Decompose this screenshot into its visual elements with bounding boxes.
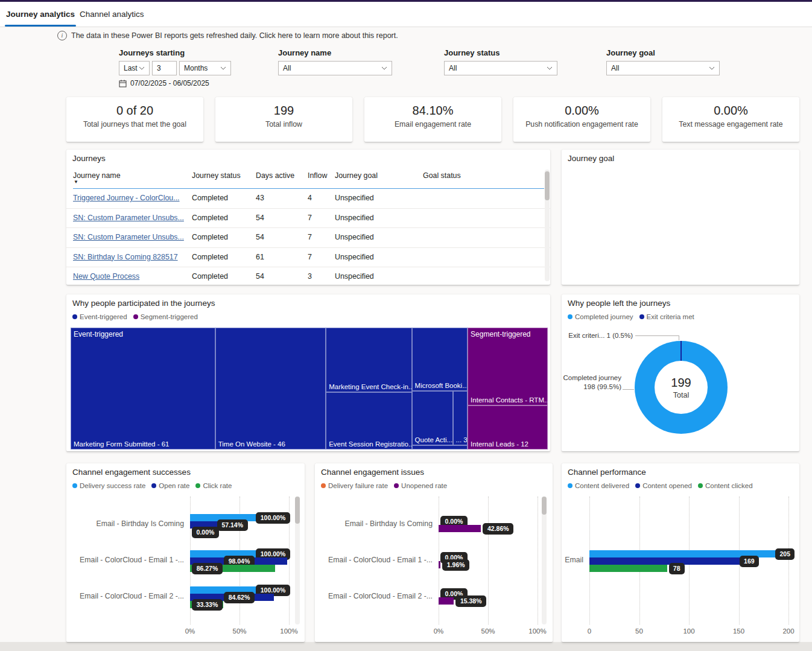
banner-text[interactable]: The data in these Power BI reports gets … xyxy=(71,31,398,40)
table-cell: 61 xyxy=(256,253,264,261)
table-cell: Unspecified xyxy=(335,272,374,281)
refresh-info-banner: i The data in these Power BI reports get… xyxy=(57,31,398,40)
treemap-box[interactable]: Quote Acti... xyxy=(412,391,453,445)
treemap-box[interactable]: Internal Leads - 12 xyxy=(468,405,548,449)
kpi-total-inflow: 199 Total inflow xyxy=(215,97,352,142)
col-inflow[interactable]: Inflow xyxy=(308,171,327,180)
legend-item[interactable]: Completed journey xyxy=(568,313,633,320)
completed-journey-callout: Completed journey 198 (99.5%) xyxy=(562,373,621,392)
chart-scrollbar-thumb[interactable] xyxy=(295,497,300,524)
issues-chart: 0%50%100%Email - Birthday Is Coming0.00%… xyxy=(315,463,553,642)
treemap-box-label: Internal Contacts - RTM... xyxy=(471,396,548,404)
journey-status-dropdown[interactable]: All xyxy=(444,61,557,75)
channel-performance-card: Channel performance Content deliveredCon… xyxy=(562,463,799,642)
table-cell: Unspecified xyxy=(335,253,374,261)
chevron-down-icon xyxy=(547,66,553,70)
treemap-box[interactable]: Marketing Event Check-in... xyxy=(326,328,411,392)
treemap-box-label: Quote Acti... xyxy=(415,436,453,443)
legend-dot xyxy=(133,314,138,319)
table-cell: Completed xyxy=(192,194,228,202)
kpi-row: 0 of 20 Total journeys that met the goal… xyxy=(66,97,799,142)
col-goal-status[interactable]: Goal status xyxy=(423,171,461,180)
treemap: Event-triggeredMarketing Form Submitted … xyxy=(71,328,548,449)
legend-item[interactable]: Segment-triggered xyxy=(133,313,198,320)
treemap-box[interactable]: Segment-triggeredInternal Contacts - RTM… xyxy=(468,328,548,405)
successes-chart: 0%50%100%Email - Birthday Is Coming100.0… xyxy=(66,463,305,642)
kpi-value: 84.10% xyxy=(413,104,454,118)
journey-name-dropdown[interactable]: All xyxy=(278,61,392,75)
col-journey-status[interactable]: Journey status xyxy=(192,171,241,180)
col-journey-name[interactable]: Journey name xyxy=(73,171,121,180)
kpi-label: Text message engagement rate xyxy=(679,120,782,129)
info-icon: i xyxy=(57,31,67,40)
data-label-pill: 169 xyxy=(740,556,759,567)
tab-journey-analytics[interactable]: Journey analytics xyxy=(5,2,76,27)
journey-goal-dropdown[interactable]: All xyxy=(606,61,720,75)
bar-unopened-rate[interactable] xyxy=(439,525,481,532)
treemap-box[interactable] xyxy=(412,445,468,449)
journey-link[interactable]: Triggered Journey - ColorClou... xyxy=(73,194,189,202)
bar-unopened-rate[interactable] xyxy=(439,597,454,605)
data-label-pill: 1.96% xyxy=(442,559,469,571)
category-label: Email - Birthday Is Coming xyxy=(68,519,184,528)
legend-item[interactable]: Exit criteria met xyxy=(639,313,694,320)
gridline xyxy=(788,497,789,624)
bar-content-delivered[interactable] xyxy=(589,550,793,557)
participation-treemap-card: Why people participated in the journeys … xyxy=(66,294,550,451)
bar-unopened-rate[interactable] xyxy=(439,561,440,568)
table-cell: Completed xyxy=(192,233,228,241)
treemap-box[interactable]: Event Session Registratio... xyxy=(326,392,411,449)
kpi-label: Total journeys that met the goal xyxy=(83,120,186,129)
journey-link[interactable]: SN: Birthday Is Coming 828517 xyxy=(73,253,189,261)
table-row: SN: Custom Parameter Unsubs...Completed5… xyxy=(66,228,550,248)
col-journey-goal[interactable]: Journey goal xyxy=(335,171,378,180)
journey-link[interactable]: SN: Custom Parameter Unsubs... xyxy=(73,214,189,222)
starting-unit-dropdown[interactable]: Months xyxy=(179,61,231,75)
axis-tick-label: 100% xyxy=(274,627,304,635)
treemap-box-label: Microsoft Booki... xyxy=(415,382,468,389)
kpi-push-engagement: 0.00% Push notification engagement rate xyxy=(513,97,650,142)
treemap-box[interactable]: Microsoft Booki... xyxy=(412,328,468,391)
journey-goal-label: Journey goal xyxy=(606,48,655,57)
starting-count-input[interactable]: 3 xyxy=(152,61,177,75)
legend-dot xyxy=(72,314,77,319)
data-label-pill: 33.33% xyxy=(192,599,223,611)
date-range-text: 07/02/2025 - 06/05/2025 xyxy=(130,79,209,87)
treemap-box[interactable]: Event-triggeredMarketing Form Submitted … xyxy=(71,328,215,449)
col-days-active[interactable]: Days active xyxy=(256,171,294,180)
chart-scrollbar-track[interactable] xyxy=(542,497,547,624)
table-cell: 54 xyxy=(256,233,264,241)
starting-unit-value: Months xyxy=(184,64,208,72)
tab-channel-analytics[interactable]: Channel analytics xyxy=(78,2,145,27)
treemap-group-label: Event-triggered xyxy=(74,330,123,338)
data-label-pill: 15.38% xyxy=(455,595,486,607)
starting-count-value: 3 xyxy=(157,64,161,72)
starting-mode-dropdown[interactable]: Last xyxy=(119,61,150,75)
donut-legend: Completed journeyExit criteria met xyxy=(568,313,694,320)
data-label-pill: 42.86% xyxy=(483,523,513,535)
treemap-box[interactable]: ... 3 xyxy=(453,391,468,445)
performance-chart: 050100150200Email20516978 xyxy=(562,463,799,642)
callout-line1: Completed journey xyxy=(562,373,621,383)
table-scrollbar-thumb[interactable] xyxy=(545,171,550,200)
journey-link[interactable]: SN: Custom Parameter Unsubs... xyxy=(73,233,189,241)
data-label-pill: 57.14% xyxy=(217,519,248,531)
channel-engagement-successes-card: Channel engagement successes Delivery su… xyxy=(66,463,305,642)
chart-scrollbar-thumb[interactable] xyxy=(542,497,547,515)
treemap-box-label: Marketing Event Check-in... xyxy=(329,383,411,390)
table-cell: 43 xyxy=(256,194,264,202)
axis-tick-label: 0 xyxy=(574,627,604,635)
treemap-box[interactable]: Time On Website - 46 xyxy=(215,328,326,449)
chevron-down-icon xyxy=(139,66,145,70)
bottom-strip xyxy=(0,642,812,651)
bar-content-clicked[interactable] xyxy=(589,565,667,572)
legend-dot xyxy=(568,314,573,319)
axis-tick-label: 200 xyxy=(773,627,804,635)
journey-analytics-page: Journey analytics Channel analytics i Th… xyxy=(0,0,812,651)
category-label: Email - ColorCloud - Email 1 -... xyxy=(316,556,433,564)
kpi-value: 0.00% xyxy=(565,104,599,118)
category-label: Email - ColorCloud - Email 1 -... xyxy=(68,556,184,564)
journey-link[interactable]: New Quote Process xyxy=(73,272,189,281)
legend-item[interactable]: Event-triggered xyxy=(72,313,127,320)
tab-bar: Journey analytics Channel analytics xyxy=(0,2,812,27)
